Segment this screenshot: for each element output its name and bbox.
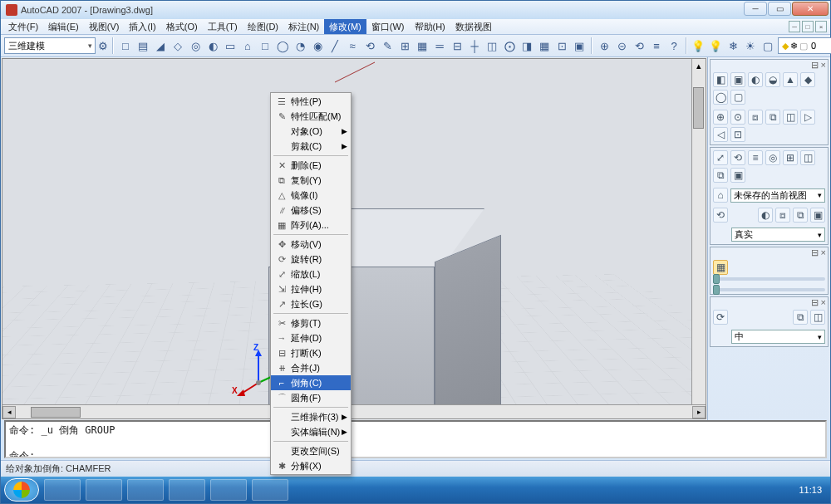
horizontal-scrollbar[interactable]: ◂ ▸	[2, 404, 706, 418]
tb-3d-19-icon[interactable]: ⊟	[449, 37, 465, 54]
light-slider-2[interactable]	[713, 288, 825, 291]
nav-c-icon[interactable]: ⧉	[793, 208, 808, 223]
pv-r1-6-icon[interactable]: ◯	[713, 90, 728, 105]
pv-r2-3-icon[interactable]: ⧉	[765, 110, 780, 125]
pn-band-5-icon[interactable]: ◫	[800, 150, 815, 165]
menu-item-延伸[interactable]: →延伸(D)	[271, 330, 351, 345]
task-item[interactable]	[127, 479, 164, 501]
menu-item-复制[interactable]: ⧉复制(Y)	[271, 173, 351, 188]
tb-layer-2-icon[interactable]: ☀	[742, 37, 759, 54]
menu-帮助[interactable]: 帮助(H)	[410, 19, 450, 34]
tb-3d-21-icon[interactable]: ◫	[484, 37, 500, 54]
menu-绘图[interactable]: 绘图(D)	[243, 19, 283, 34]
command-line[interactable]: 命令: _u 倒角 GROUP 命令:	[4, 420, 827, 458]
tb-3d-13-icon[interactable]: ≈	[344, 37, 361, 54]
menu-item-分解[interactable]: ✱分解(X)	[271, 458, 351, 473]
tb-misc-4-icon[interactable]: ?	[666, 37, 682, 54]
tb-3d-6-icon[interactable]: ▭	[222, 37, 238, 54]
tb-3d-25-icon[interactable]: ⊡	[553, 37, 570, 54]
tb-3d-1-icon[interactable]: ▤	[135, 37, 151, 54]
pv-r1-0-icon[interactable]: ◧	[713, 72, 728, 87]
pv-r2-7-icon[interactable]: ⊡	[730, 127, 745, 142]
pv-r1-1-icon[interactable]: ▣	[730, 72, 745, 87]
tb-3d-23-icon[interactable]: ◨	[519, 37, 535, 54]
menu-窗口[interactable]: 窗口(W)	[366, 19, 410, 34]
tb-layer-3-icon[interactable]: ▢	[760, 37, 776, 54]
tb-misc-3-icon[interactable]: ≡	[648, 37, 665, 54]
view-select[interactable]: 未保存的当前视图	[730, 188, 825, 203]
menu-item-拉伸[interactable]: ⇲拉伸(H)	[271, 281, 351, 296]
tb-3d-7-icon[interactable]: ⌂	[239, 37, 256, 54]
mdi-close[interactable]: ×	[815, 21, 827, 32]
menu-item-修剪[interactable]: ✂修剪(T)	[271, 316, 351, 330]
menu-item-合并[interactable]: ⧺合并(J)	[271, 360, 351, 375]
pv-r2-6-icon[interactable]: ◁	[713, 127, 728, 142]
nav-a-icon[interactable]: ◐	[758, 208, 773, 223]
mdi-min[interactable]: ─	[789, 21, 800, 32]
task-item[interactable]	[169, 479, 205, 501]
pv-r1-3-icon[interactable]: ◒	[765, 72, 780, 87]
tb-3d-10-icon[interactable]: ◔	[292, 37, 308, 54]
pn-band-0-icon[interactable]: ⤢	[713, 150, 728, 165]
menu-item-实体编辑[interactable]: 实体编辑(N)▶	[271, 424, 351, 439]
pv-r2-0-icon[interactable]: ⊕	[713, 110, 728, 125]
light-slider-1[interactable]	[713, 277, 825, 281]
start-button[interactable]	[4, 478, 39, 502]
menu-item-偏移[interactable]: ⫽偏移(S)	[271, 203, 351, 218]
tb-3d-9-icon[interactable]: ◯	[274, 37, 291, 54]
tb-3d-26-icon[interactable]: ▣	[571, 37, 588, 54]
menu-视图[interactable]: 视图(V)	[84, 19, 125, 34]
visual-style-select[interactable]: 真实	[731, 228, 825, 242]
tb-3d-16-icon[interactable]: ⊞	[396, 37, 413, 54]
render-quality-select[interactable]: 中	[731, 330, 825, 344]
maximize-button[interactable]: ▭	[768, 2, 791, 16]
tb-layer-1-icon[interactable]: ❄	[725, 37, 741, 54]
menu-item-删除[interactable]: ✕删除(E)	[271, 158, 351, 173]
tb-3d-18-icon[interactable]: ═	[431, 37, 448, 54]
pv-r2-4-icon[interactable]: ◫	[783, 110, 798, 125]
bulb-icon[interactable]: 💡	[691, 37, 706, 54]
pv-r2-5-icon[interactable]: ▷	[800, 110, 815, 125]
render-main-icon[interactable]: ⟳	[713, 310, 728, 325]
panel-drag-icon[interactable]: ⊟	[811, 60, 819, 71]
menu-item-圆角[interactable]: ⌒圆角(F)	[271, 390, 351, 405]
menu-item-缩放[interactable]: ⤢缩放(L)	[271, 267, 351, 281]
menu-标注[interactable]: 标注(N)	[283, 19, 324, 34]
menu-item-特性[interactable]: ☰特性(P)	[271, 94, 351, 109]
menu-item-阵列[interactable]: ▦阵列(A)...	[271, 218, 351, 232]
pn-band-4-icon[interactable]: ⊞	[783, 150, 798, 165]
menu-item-对象[interactable]: 对象(O)▶	[271, 124, 351, 139]
menu-item-倒角[interactable]: ⌐倒角(C)	[271, 375, 351, 390]
pv-r1-2-icon[interactable]: ◐	[748, 72, 763, 87]
orbit-icon[interactable]: ⟲	[713, 208, 728, 223]
menu-数据视图[interactable]: 数据视图	[450, 19, 497, 34]
tb-3d-22-icon[interactable]: ⨀	[501, 37, 518, 54]
minimize-button[interactable]: ─	[744, 2, 767, 16]
tb-3d-0-icon[interactable]: □	[117, 37, 134, 54]
tb-3d-17-icon[interactable]: ▦	[414, 37, 430, 54]
task-item[interactable]	[44, 479, 81, 501]
mdi-max[interactable]: □	[802, 21, 814, 32]
tb-3d-14-icon[interactable]: ⟲	[361, 37, 378, 54]
tb-3d-5-icon[interactable]: ◐	[204, 37, 221, 54]
tb-misc-2-icon[interactable]: ⟲	[631, 37, 647, 54]
task-item[interactable]	[86, 479, 122, 501]
pv-r1-7-icon[interactable]: ▢	[730, 90, 745, 105]
tb-3d-20-icon[interactable]: ┼	[466, 37, 483, 54]
close-button[interactable]: ✕	[792, 2, 829, 16]
clock[interactable]: 11:13	[794, 485, 827, 495]
tb-3d-11-icon[interactable]: ◉	[309, 37, 326, 54]
menu-item-拉长[interactable]: ↗拉长(G)	[271, 296, 351, 311]
tb-3d-3-icon[interactable]: ◇	[170, 37, 186, 54]
vertical-scrollbar[interactable]: ▴	[691, 59, 706, 404]
menu-item-镜像[interactable]: △镜像(I)	[271, 188, 351, 203]
tb-3d-8-icon[interactable]: □	[257, 37, 273, 54]
pv-r1-4-icon[interactable]: ▲	[783, 72, 798, 87]
menu-item-更改空间[interactable]: 更改空间(S)	[271, 443, 351, 458]
nav-d-icon[interactable]: ▣	[810, 208, 825, 223]
home-view-icon[interactable]: ⌂	[713, 188, 728, 203]
pv-r2-2-icon[interactable]: ⧈	[748, 110, 763, 125]
pv-r1-5-icon[interactable]: ◆	[800, 72, 815, 87]
pn-band-1-icon[interactable]: ⟲	[730, 150, 745, 165]
pn-band-3-icon[interactable]: ◎	[765, 150, 780, 165]
